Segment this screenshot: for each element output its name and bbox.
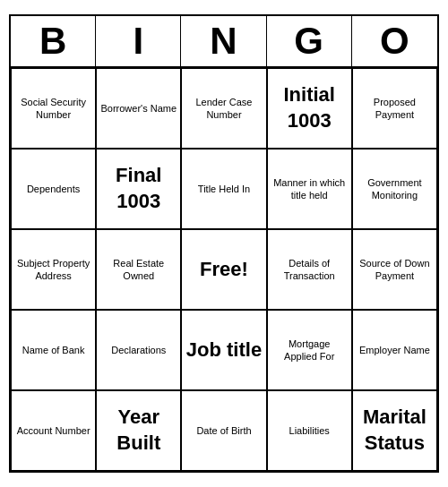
bingo-cell-text-23: Liabilities [271, 395, 348, 466]
bingo-cell-text-17: Job title [185, 314, 262, 386]
bingo-cell-12: Free! [181, 229, 266, 310]
bingo-cell-6: Final 1003 [96, 149, 181, 229]
bingo-cell-22: Date of Birth [181, 390, 266, 471]
bingo-cell-13: Details of Transaction [267, 229, 352, 310]
bingo-cell-text-12: Free! [185, 234, 262, 305]
bingo-cell-15: Name of Bank [11, 310, 96, 390]
bingo-cell-5: Dependents [11, 149, 96, 229]
bingo-cell-4: Proposed Payment [352, 68, 437, 149]
bingo-cell-11: Real Estate Owned [96, 229, 181, 310]
bingo-cell-text-11: Real Estate Owned [100, 234, 177, 305]
bingo-cell-text-6: Final 1003 [100, 153, 177, 225]
bingo-cell-20: Account Number [11, 390, 96, 471]
bingo-cell-8: Manner in which title held [267, 149, 352, 229]
bingo-cell-9: Government Monitoring [352, 149, 437, 229]
bingo-cell-text-1: Borrower's Name [100, 73, 177, 144]
bingo-cell-text-15: Name of Bank [15, 314, 91, 386]
bingo-cell-text-18: Mortgage Applied For [271, 314, 348, 386]
bingo-grid: Social Security NumberBorrower's NameLen… [11, 68, 437, 471]
bingo-cell-17: Job title [181, 310, 266, 390]
bingo-letter-b: B [11, 16, 96, 66]
bingo-card: BINGO Social Security NumberBorrower's N… [9, 14, 439, 473]
bingo-cell-1: Borrower's Name [96, 68, 181, 149]
bingo-cell-text-16: Declarations [100, 314, 177, 386]
bingo-letter-o: O [352, 16, 437, 66]
bingo-cell-7: Title Held In [181, 149, 266, 229]
bingo-cell-24: Marital Status [352, 390, 437, 471]
bingo-cell-text-10: Subject Property Address [15, 234, 91, 305]
bingo-letter-n: N [181, 16, 266, 66]
bingo-cell-0: Social Security Number [11, 68, 96, 149]
bingo-cell-3: Initial 1003 [267, 68, 352, 149]
bingo-cell-21: Year Built [96, 390, 181, 471]
bingo-cell-text-14: Source of Down Payment [357, 234, 433, 305]
bingo-letter-g: G [267, 16, 352, 66]
bingo-cell-text-22: Date of Birth [185, 395, 262, 466]
bingo-cell-2: Lender Case Number [181, 68, 266, 149]
bingo-cell-text-7: Title Held In [185, 153, 262, 225]
bingo-cell-text-24: Marital Status [357, 395, 433, 466]
bingo-cell-18: Mortgage Applied For [267, 310, 352, 390]
bingo-cell-text-4: Proposed Payment [357, 73, 433, 144]
bingo-letter-i: I [96, 16, 181, 66]
bingo-cell-text-8: Manner in which title held [271, 153, 348, 225]
bingo-cell-text-21: Year Built [100, 395, 177, 466]
bingo-cell-text-5: Dependents [15, 153, 91, 225]
bingo-cell-text-2: Lender Case Number [185, 73, 262, 144]
bingo-cell-23: Liabilities [267, 390, 352, 471]
bingo-cell-text-0: Social Security Number [15, 73, 91, 144]
bingo-cell-text-19: Employer Name [357, 314, 433, 386]
bingo-cell-text-3: Initial 1003 [271, 73, 348, 144]
bingo-cell-19: Employer Name [352, 310, 437, 390]
bingo-cell-14: Source of Down Payment [352, 229, 437, 310]
bingo-cell-10: Subject Property Address [11, 229, 96, 310]
bingo-header: BINGO [11, 16, 437, 68]
bingo-cell-text-13: Details of Transaction [271, 234, 348, 305]
bingo-cell-text-20: Account Number [15, 395, 91, 466]
bingo-cell-16: Declarations [96, 310, 181, 390]
bingo-cell-text-9: Government Monitoring [357, 153, 433, 225]
